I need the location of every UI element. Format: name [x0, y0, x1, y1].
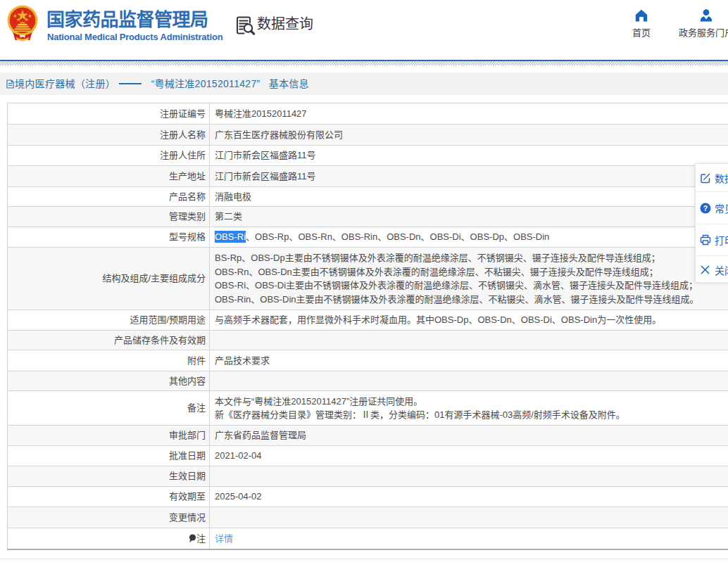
svg-text:?: ? — [703, 203, 708, 212]
